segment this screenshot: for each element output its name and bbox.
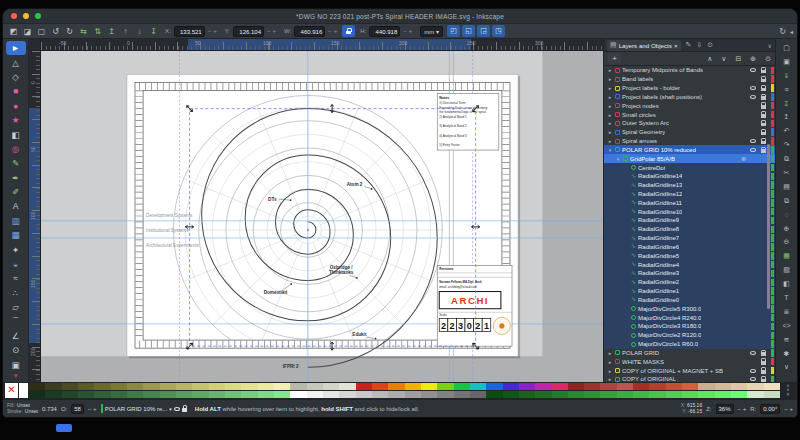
- layer-row[interactable]: MajorDivCircle4 R240.0: [604, 313, 775, 322]
- group-icon[interactable]: ▦: [779, 249, 795, 263]
- palette-swatch[interactable]: [356, 391, 372, 398]
- add-layer-button[interactable]: +: [608, 53, 621, 64]
- lock-icon[interactable]: [761, 361, 766, 365]
- layer-row[interactable]: ▸Temporary Midpoints of Bands: [604, 66, 775, 75]
- search-icon[interactable]: ⊙: [765, 55, 771, 63]
- palette-swatch[interactable]: [454, 391, 470, 398]
- layer-row[interactable]: MajorDivCircle2 R120.0: [604, 331, 775, 340]
- palette-swatch[interactable]: [323, 383, 339, 390]
- label-development-systems[interactable]: Development Systems: [146, 213, 193, 218]
- palette-swatch[interactable]: [649, 391, 665, 398]
- palette-swatch[interactable]: [339, 383, 355, 390]
- palette-swatch[interactable]: [698, 383, 714, 390]
- palette-swatch[interactable]: [666, 391, 682, 398]
- select-all-layers-icon[interactable]: ◪: [21, 25, 34, 37]
- palette-swatch[interactable]: [160, 391, 176, 398]
- lock-ratio-button[interactable]: [342, 25, 355, 37]
- palette-swatch[interactable]: [503, 383, 519, 390]
- palette-swatch[interactable]: [111, 383, 127, 390]
- palette-swatch[interactable]: [600, 383, 616, 390]
- palette-swatch[interactable]: [176, 391, 192, 398]
- palette-swatch[interactable]: [192, 391, 208, 398]
- tool-dropper[interactable]: ✦: [6, 242, 26, 256]
- palette-swatch[interactable]: [584, 383, 600, 390]
- lock-icon[interactable]: [761, 96, 766, 100]
- palette-swatch[interactable]: [519, 391, 535, 398]
- lock-icon[interactable]: [761, 132, 766, 136]
- layer-row[interactable]: ∿RadialGridline14: [604, 172, 775, 181]
- tool-rectangle[interactable]: ■: [6, 84, 26, 98]
- palette-swatch[interactable]: [552, 383, 568, 390]
- zoom-spinner[interactable]: − +: [738, 406, 747, 412]
- expander-icon[interactable]: ▸: [607, 94, 613, 100]
- layer-row[interactable]: ▸Small circles: [604, 110, 775, 119]
- ungroup-icon[interactable]: ▧: [779, 263, 795, 277]
- palette-swatch[interactable]: [764, 391, 780, 398]
- expander-icon[interactable]: ▸: [607, 120, 613, 126]
- eye-icon[interactable]: [750, 148, 756, 152]
- layer-row[interactable]: ▸Project labels - bolder: [604, 84, 775, 93]
- tool-pen[interactable]: ✒: [6, 171, 26, 185]
- layer-row[interactable]: MajorDivCircle5 R300.0: [604, 304, 775, 313]
- transform-stroke-toggle[interactable]: ◰: [447, 25, 460, 37]
- palette-swatch[interactable]: [617, 391, 633, 398]
- palette-swatch[interactable]: [470, 383, 486, 390]
- tool-pencil[interactable]: ✎: [6, 156, 26, 170]
- palette-swatch[interactable]: [682, 391, 698, 398]
- palette-swatch[interactable]: [29, 383, 45, 390]
- layer-row[interactable]: ▸POLAR GRID: [604, 349, 775, 358]
- transform-gradient-toggle[interactable]: ◲: [477, 25, 490, 37]
- eye-icon[interactable]: [750, 377, 756, 381]
- palette-swatch[interactable]: [715, 391, 731, 398]
- tool-selector[interactable]: ►: [6, 41, 26, 55]
- width-field[interactable]: 460.916: [294, 26, 325, 37]
- drawing-canvas[interactable]: DTs Atom 2 Domestikit Oxbridge / Thinkta…: [41, 51, 603, 382]
- cut-icon[interactable]: ✂: [779, 166, 795, 180]
- export-icon[interactable]: ↥: [779, 110, 795, 124]
- layer-row[interactable]: MajorDivCircle1 R60.0: [604, 340, 775, 349]
- label-atom2[interactable]: Atom 2: [347, 182, 363, 187]
- zoom-out-icon[interactable]: ⊖: [779, 235, 795, 249]
- tab-layers-and-objects[interactable]: ▤ Layers and Objects ×: [607, 40, 681, 51]
- palette-swatch[interactable]: [111, 391, 127, 398]
- notes-box[interactable]: Notes 1) Directional Term: Expanding Sca…: [437, 93, 499, 150]
- layer-row[interactable]: MajorDivCircle3 R180.0: [604, 322, 775, 331]
- palette-swatch[interactable]: [388, 383, 404, 390]
- layer-row[interactable]: ∿RadialGridline5: [604, 251, 775, 260]
- palette-swatch[interactable]: [290, 391, 306, 398]
- palette-swatch[interactable]: [535, 391, 551, 398]
- palette-swatch[interactable]: [209, 391, 225, 398]
- undo-icon[interactable]: ↶: [779, 124, 795, 138]
- palette-swatch[interactable]: [617, 383, 633, 390]
- layer-row[interactable]: ▸COPY of ORIGINAL: [604, 375, 775, 382]
- label-oxbridge-2[interactable]: Thinktanks: [329, 270, 354, 275]
- height-field[interactable]: 440.918: [369, 26, 400, 37]
- expander-icon[interactable]: ▾: [607, 147, 613, 153]
- layer-row[interactable]: ▾GridPolar 85/A/B⊛: [604, 154, 775, 163]
- tool-tweak[interactable]: ≈: [6, 271, 26, 285]
- print-icon[interactable]: ≡: [779, 83, 795, 97]
- palette-swatch[interactable]: [94, 391, 110, 398]
- tool-zoom[interactable]: ⊙: [6, 343, 26, 357]
- palette-swatch[interactable]: [372, 391, 388, 398]
- y-spinner[interactable]: −+: [267, 28, 278, 34]
- layer-row[interactable]: ∿RadialGridline4: [604, 260, 775, 269]
- current-layer-chip[interactable]: POLAR GRID 10% re... ▾: [101, 404, 187, 413]
- layer-dropdown-chevron-icon[interactable]: ▾: [169, 406, 172, 412]
- eye-icon[interactable]: [750, 68, 756, 72]
- layer-row[interactable]: ▸COPY of ORIGINAL + MAGNET + SB: [604, 366, 775, 375]
- palette-swatch[interactable]: [405, 383, 421, 390]
- rotate-90-ccw-icon[interactable]: ↺: [49, 25, 62, 37]
- xml-editor-icon[interactable]: <>: [779, 319, 795, 333]
- lock-icon[interactable]: [761, 105, 766, 109]
- lock-icon[interactable]: [761, 370, 766, 374]
- palette-swatch[interactable]: [127, 383, 143, 390]
- x-spinner[interactable]: −+: [208, 28, 219, 34]
- palette-swatch[interactable]: [127, 391, 143, 398]
- palette-swatch[interactable]: [307, 391, 323, 398]
- tab-find-icon[interactable]: ⊙: [707, 41, 713, 49]
- title-block[interactable]: Revisions Norman Fellows MA Dipl. Arch e…: [437, 265, 512, 346]
- delete-layer-icon[interactable]: ⊟: [735, 55, 741, 63]
- layer-visibility-icon[interactable]: [174, 407, 180, 411]
- lock-icon[interactable]: [761, 352, 766, 356]
